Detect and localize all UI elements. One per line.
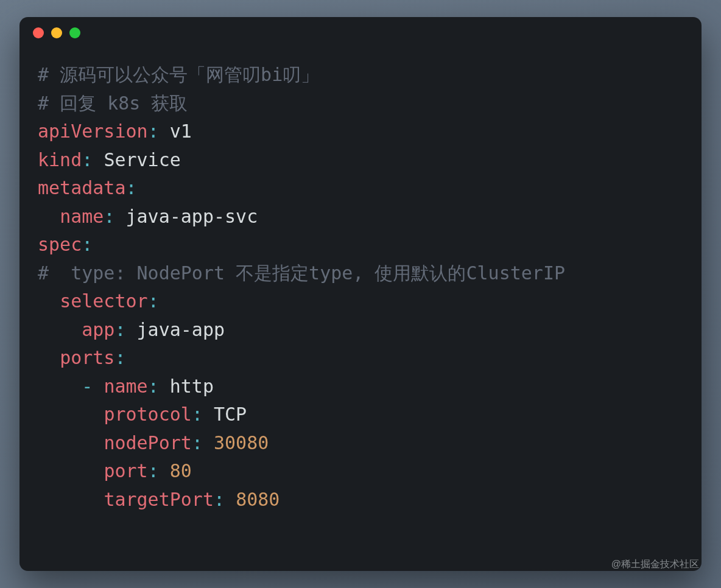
yaml-colon: :: [104, 206, 114, 227]
yaml-key: spec: [38, 234, 82, 255]
yaml-key: metadata: [38, 177, 126, 198]
yaml-value: v1: [170, 121, 192, 142]
yaml-colon: :: [114, 319, 125, 340]
yaml-colon: :: [82, 149, 93, 170]
yaml-key: ports: [60, 347, 114, 368]
yaml-value: http: [170, 376, 214, 397]
window-titlebar: [19, 17, 702, 49]
yaml-value: Service: [104, 149, 180, 170]
yaml-colon: :: [148, 460, 159, 481]
code-comment: # type: NodePort 不是指定type, 使用默认的ClusterI…: [38, 262, 565, 284]
maximize-icon[interactable]: [69, 27, 80, 38]
yaml-dash: -: [82, 376, 93, 397]
code-block: # 源码可以公众号「网管叨bi叨」 # 回复 k8s 获取 apiVersion…: [19, 49, 702, 532]
yaml-key: selector: [60, 290, 148, 312]
yaml-key: port: [104, 460, 147, 481]
yaml-colon: :: [114, 347, 125, 368]
code-comment: # 源码可以公众号「网管叨bi叨」: [38, 64, 319, 85]
yaml-colon: :: [82, 234, 93, 255]
watermark-text: @稀土掘金技术社区: [611, 558, 699, 571]
yaml-value: 8080: [236, 489, 280, 510]
yaml-colon: :: [148, 121, 159, 142]
yaml-value: java-app: [137, 319, 225, 340]
yaml-key: apiVersion: [38, 121, 148, 142]
yaml-colon: :: [192, 404, 203, 425]
yaml-key: name: [104, 376, 147, 397]
yaml-key: protocol: [104, 404, 192, 425]
yaml-value: 30080: [214, 432, 269, 453]
code-comment: # 回复 k8s 获取: [38, 93, 188, 114]
yaml-value: 80: [170, 460, 192, 481]
minimize-icon[interactable]: [51, 27, 62, 38]
yaml-key: targetPort: [104, 489, 214, 510]
yaml-value: TCP: [214, 404, 247, 425]
yaml-key: nodePort: [104, 432, 192, 453]
yaml-colon: :: [214, 489, 225, 510]
yaml-key: name: [60, 206, 104, 227]
yaml-key: app: [82, 319, 114, 340]
yaml-colon: :: [148, 290, 159, 312]
code-window: # 源码可以公众号「网管叨bi叨」 # 回复 k8s 获取 apiVersion…: [19, 17, 702, 571]
yaml-key: kind: [38, 149, 82, 170]
close-icon[interactable]: [33, 27, 44, 38]
yaml-colon: :: [148, 376, 159, 397]
yaml-value: java-app-svc: [126, 206, 258, 227]
yaml-colon: :: [126, 177, 137, 198]
yaml-colon: :: [192, 432, 203, 453]
